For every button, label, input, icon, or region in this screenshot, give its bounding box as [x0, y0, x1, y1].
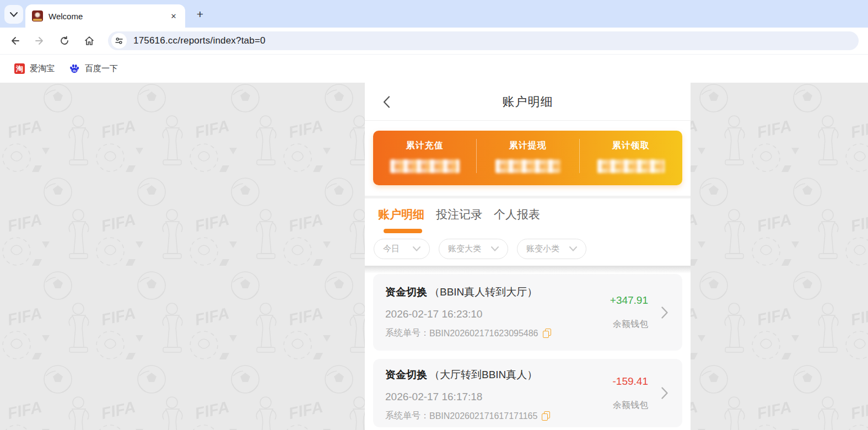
filter-label: 账变小类	[526, 244, 559, 254]
txn-amount: +347.91	[610, 294, 648, 307]
txn-order-number: BBIN202602171617171165	[429, 411, 537, 421]
home-button[interactable]	[79, 30, 100, 51]
page-title: 账户明细	[365, 83, 691, 121]
url-text[interactable]: 175616.cc/reports/index?tab=0	[133, 35, 266, 46]
summary-section: 累计充值 累计提现 累计领取	[365, 121, 691, 196]
bookmark-baidu[interactable]: du 百度一下	[69, 63, 118, 74]
baidu-paw-icon: du	[69, 63, 80, 74]
sticky-shadow	[365, 266, 691, 273]
arrow-forward-icon	[34, 35, 45, 46]
active-tab-underline	[384, 229, 422, 233]
chevron-down-icon	[10, 12, 18, 17]
transaction-item[interactable]: 资金切换 （大厅转到BBIN真人） 2026-02-17 16:17:18 系统…	[373, 359, 682, 427]
forward-button[interactable]	[29, 30, 50, 51]
bookmarks-bar: 淘 爱淘宝 du 百度一下	[0, 54, 868, 83]
address-bar[interactable]: 175616.cc/reports/index?tab=0	[108, 31, 859, 50]
tab-account-detail[interactable]: 账户明细	[378, 207, 424, 222]
txn-type: 资金切换	[385, 368, 427, 382]
tune-icon	[115, 37, 123, 45]
summary-claim: 累计领取	[579, 131, 682, 185]
txn-order-label: 系统单号：	[385, 410, 429, 422]
txn-wallet: 余额钱包	[613, 400, 648, 411]
txn-subtype: （大厅转到BBIN真人）	[429, 368, 537, 382]
filter-label: 今日	[383, 244, 400, 254]
transaction-list: 资金切换 （BBIN真人转到大厅） 2026-02-17 16:23:10 系统…	[365, 273, 691, 430]
account-detail-panel: 账户明细 累计充值 累计提现 累计领取	[365, 83, 691, 430]
new-tab-button[interactable]: +	[192, 6, 208, 23]
arrow-back-icon	[9, 35, 20, 46]
chevron-down-icon	[569, 246, 577, 251]
txn-wallet: 余额钱包	[613, 319, 648, 330]
txn-order-number: BBIN202602171623095486	[429, 329, 538, 338]
summary-card: 累计充值 累计提现 累计领取	[373, 131, 682, 185]
chevron-down-icon	[413, 246, 420, 251]
divider	[579, 139, 580, 173]
txn-subtype: （BBIN真人转到大厅）	[429, 285, 537, 299]
masked-value	[390, 159, 460, 173]
bookmark-taobao[interactable]: 淘 爱淘宝	[14, 63, 55, 74]
report-tabs: 账户明细 投注记录 个人报表	[365, 198, 691, 233]
filters-row: 今日 账变大类 账变小类	[365, 233, 691, 266]
filter-label: 账变大类	[448, 244, 481, 254]
bookmark-label: 爱淘宝	[30, 63, 55, 74]
masked-value	[597, 159, 665, 173]
bookmark-label: 百度一下	[85, 63, 118, 74]
reload-icon	[59, 35, 70, 46]
filter-major-category-select[interactable]: 账变大类	[439, 239, 508, 259]
tab-personal-report[interactable]: 个人报表	[494, 207, 540, 222]
home-icon	[84, 35, 95, 46]
txn-type: 资金切换	[385, 285, 427, 299]
copy-icon[interactable]	[542, 411, 550, 421]
chevron-right-icon	[661, 307, 668, 319]
summary-label: 累计提现	[509, 140, 547, 152]
page-content: FIFA 账户明细 累计充值 累计提现 累计领取	[0, 83, 868, 430]
copy-icon[interactable]	[543, 329, 551, 338]
chevron-down-icon	[491, 246, 499, 251]
summary-recharge: 累计充值	[373, 131, 476, 185]
filter-date-select[interactable]: 今日	[374, 239, 430, 259]
summary-label: 累计充值	[406, 140, 444, 152]
taobao-icon: 淘	[14, 63, 25, 74]
txn-amount: -159.41	[613, 375, 648, 388]
chevron-right-icon	[661, 387, 668, 399]
summary-label: 累计领取	[612, 140, 650, 152]
transaction-item[interactable]: 资金切换 （BBIN真人转到大厅） 2026-02-17 16:23:10 系统…	[373, 274, 682, 351]
tab-title: Welcome	[48, 12, 169, 21]
txn-order-label: 系统单号：	[385, 327, 429, 339]
reload-button[interactable]	[54, 30, 75, 51]
tab-close-icon[interactable]: ✕	[169, 11, 179, 21]
page-header: 账户明细	[365, 83, 691, 121]
filter-minor-category-select[interactable]: 账变小类	[517, 239, 586, 259]
site-favicon	[32, 10, 43, 22]
browser-tabstrip: Welcome ✕ +	[0, 0, 868, 28]
masked-value	[495, 159, 560, 173]
tab-search-button[interactable]	[4, 5, 23, 24]
browser-toolbar: 175616.cc/reports/index?tab=0	[0, 28, 868, 54]
browser-tab-welcome[interactable]: Welcome ✕	[25, 4, 185, 28]
back-button[interactable]	[4, 30, 25, 51]
tab-bet-records[interactable]: 投注记录	[436, 207, 482, 222]
svg-text:du: du	[73, 69, 77, 72]
divider	[476, 139, 477, 173]
summary-withdraw: 累计提现	[476, 131, 579, 185]
site-settings-button[interactable]	[111, 33, 127, 49]
